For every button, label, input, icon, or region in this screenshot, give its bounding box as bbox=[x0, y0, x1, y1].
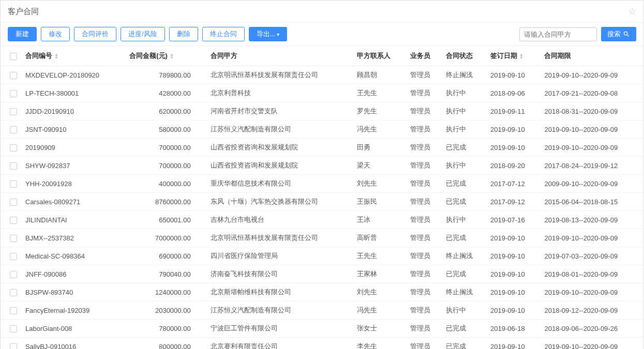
table-row[interactable]: SallyBJ-0910016 800000.00 北京赛利有限责任公司 李先生… bbox=[1, 338, 643, 350]
progress-button[interactable]: 进度/风险 bbox=[121, 27, 165, 41]
cell-status: 执行中 bbox=[442, 301, 486, 320]
select-all-checkbox[interactable] bbox=[10, 53, 17, 60]
col-amount[interactable]: 合同金额(元)▲▼ bbox=[125, 46, 206, 66]
col-sign-date[interactable]: 签订日期▲▼ bbox=[486, 46, 540, 66]
cell-sales: 管理员 bbox=[406, 338, 442, 350]
cell-code: MXDEVELOP-20180920 bbox=[21, 66, 125, 84]
table-row[interactable]: Medical-SC-098364 690000.00 四川省医疗保险管理局 王… bbox=[1, 247, 643, 265]
evaluate-button[interactable]: 合同评价 bbox=[74, 27, 116, 41]
cell-amount: 1240000.00 bbox=[125, 283, 206, 301]
cell-status: 已完成 bbox=[442, 175, 486, 193]
row-checkbox[interactable] bbox=[10, 307, 17, 314]
cell-party-a: 北京明讯恒基科技发展有限责任公司 bbox=[206, 229, 353, 247]
table-row[interactable]: YHH-20091928 400000.00 重庆华都信息技术有限公司 刘先生 … bbox=[1, 175, 643, 193]
cell-contact: 张女士 bbox=[353, 320, 406, 338]
cell-sign-date: 2019-07-16 bbox=[486, 211, 540, 229]
cell-period: 2019-09-10--2020-09-09 bbox=[540, 66, 643, 84]
cell-party-a: 重庆华都信息技术有限公司 bbox=[206, 175, 353, 193]
cell-sign-date: 2019-09-10 bbox=[486, 301, 540, 320]
table-row[interactable]: FancyEternal-192039 2030000.00 江苏恒义汽配制造有… bbox=[1, 301, 643, 320]
table-row[interactable]: MXDEVELOP-20180920 789800.00 北京明讯恒基科技发展有… bbox=[1, 66, 643, 84]
row-checkbox[interactable] bbox=[10, 180, 17, 188]
cell-status: 已完成 bbox=[442, 139, 486, 157]
cell-contact: 王先生 bbox=[353, 247, 406, 265]
row-checkbox[interactable] bbox=[10, 253, 17, 260]
cell-contact: 冯先生 bbox=[353, 120, 406, 139]
cell-contact: 王振民 bbox=[353, 193, 406, 211]
table-row[interactable]: JILINDIANTAI 650001.00 吉林九台市电视台 王冰 管理员 执… bbox=[1, 211, 643, 229]
cell-status: 执行中 bbox=[442, 120, 486, 139]
cell-contact: 罗先生 bbox=[353, 102, 406, 120]
cell-contact: 王家林 bbox=[353, 265, 406, 283]
cell-sales: 管理员 bbox=[406, 84, 442, 102]
table-row[interactable]: SHYW-092837 700000.00 山西省投资咨询和发展规划院 梁天 管… bbox=[1, 157, 643, 175]
cell-sales: 管理员 bbox=[406, 175, 442, 193]
table-row[interactable]: BJSPW-893740 1240000.00 北京斯堪帕维科技有限公司 刘先生… bbox=[1, 283, 643, 301]
cell-sales: 管理员 bbox=[406, 193, 442, 211]
table-row[interactable]: 20190909 700000.00 山西省投资咨询和发展规划院 田勇 管理员 … bbox=[1, 139, 643, 157]
row-checkbox[interactable] bbox=[10, 72, 17, 79]
cell-status: 执行中 bbox=[442, 84, 486, 102]
cell-sign-date: 2019-09-11 bbox=[486, 102, 540, 120]
cell-party-a: 东风（十堰）汽车热交换器有限公司 bbox=[206, 193, 353, 211]
cell-sales: 管理员 bbox=[406, 102, 442, 120]
cell-party-a: 北京利普科技 bbox=[206, 84, 353, 102]
delete-button[interactable]: 删除 bbox=[169, 27, 198, 41]
row-checkbox[interactable] bbox=[10, 144, 17, 151]
cell-sign-date: 2019-09-10 bbox=[486, 120, 540, 139]
row-checkbox[interactable] bbox=[10, 162, 17, 170]
search-button[interactable]: 搜索 bbox=[601, 27, 636, 41]
table-row[interactable]: JNFF-090086 790040.00 济南奋飞科技有限公司 王家林 管理员… bbox=[1, 265, 643, 283]
cell-sales: 管理员 bbox=[406, 139, 442, 157]
cell-party-a: 四川省医疗保险管理局 bbox=[206, 247, 353, 265]
row-checkbox[interactable] bbox=[10, 235, 17, 242]
cell-sales: 管理员 bbox=[406, 66, 442, 84]
cell-period: 2018-08-31--2020-09-09 bbox=[540, 102, 643, 120]
row-checkbox[interactable] bbox=[10, 90, 17, 97]
cell-amount: 2030000.00 bbox=[125, 301, 206, 320]
cell-period: 2017-08-24--2019-09-12 bbox=[540, 157, 643, 175]
cell-amount: 700000.00 bbox=[125, 139, 206, 157]
cell-contact: 刘先生 bbox=[353, 175, 406, 193]
row-checkbox[interactable] bbox=[10, 126, 17, 133]
cell-sign-date: 2017-07-12 bbox=[486, 175, 540, 193]
row-checkbox[interactable] bbox=[10, 217, 17, 224]
row-checkbox[interactable] bbox=[10, 108, 17, 115]
cell-period: 2019-08-13--2020-09-09 bbox=[540, 211, 643, 229]
row-checkbox[interactable] bbox=[10, 325, 17, 332]
row-checkbox[interactable] bbox=[10, 199, 17, 206]
cell-party-a: 北京明讯恒基科技发展有限责任公司 bbox=[206, 66, 353, 84]
cell-status: 执行中 bbox=[442, 102, 486, 120]
table-row[interactable]: JJDD-20190910 620000.00 河南省开封市交警支队 罗先生 管… bbox=[1, 102, 643, 120]
row-checkbox[interactable] bbox=[10, 271, 17, 278]
cell-amount: 620000.00 bbox=[125, 102, 206, 120]
cell-sales: 管理员 bbox=[406, 247, 442, 265]
cell-party-a: 吉林九台市电视台 bbox=[206, 211, 353, 229]
cell-party-a: 江苏恒义汽配制造有限公司 bbox=[206, 301, 353, 320]
new-button[interactable]: 新建 bbox=[8, 27, 37, 41]
cell-period: 2019-09-10--2020-09-09 bbox=[540, 120, 643, 139]
table-row[interactable]: LP-TECH-380001 428000.00 北京利普科技 王先生 管理员 … bbox=[1, 84, 643, 102]
star-icon[interactable]: ☆ bbox=[628, 6, 636, 17]
cell-contact: 梁天 bbox=[353, 157, 406, 175]
row-checkbox[interactable] bbox=[10, 289, 17, 296]
cell-amount: 780000.00 bbox=[125, 320, 206, 338]
col-code[interactable]: 合同编号▲▼ bbox=[21, 46, 125, 66]
table-row[interactable]: BJMX--2537382 7000000.00 北京明讯恒基科技发展有限责任公… bbox=[1, 229, 643, 247]
edit-button[interactable]: 修改 bbox=[41, 27, 70, 41]
search-input[interactable] bbox=[519, 27, 597, 41]
cell-contact: 刘先生 bbox=[353, 283, 406, 301]
table-row[interactable]: JSNT-090910 580000.00 江苏恒义汽配制造有限公司 冯先生 管… bbox=[1, 120, 643, 139]
cell-code: BJSPW-893740 bbox=[21, 283, 125, 301]
col-period: 合同期限 bbox=[540, 46, 643, 66]
cell-code: LP-TECH-380001 bbox=[21, 84, 125, 102]
cell-sales: 管理员 bbox=[406, 283, 442, 301]
table-row[interactable]: LaborGiant-008 780000.00 宁波巨工管件有限公司 张女士 … bbox=[1, 320, 643, 338]
cell-contact: 高昕普 bbox=[353, 229, 406, 247]
cell-sign-date: 2017-09-12 bbox=[486, 193, 540, 211]
cell-code: JJDD-20190910 bbox=[21, 102, 125, 120]
terminate-button[interactable]: 终止合同 bbox=[202, 27, 245, 41]
export-button[interactable]: 导出... bbox=[249, 27, 288, 41]
table-row[interactable]: Carsales-0809271 8760000.00 东风（十堰）汽车热交换器… bbox=[1, 193, 643, 211]
row-checkbox[interactable] bbox=[10, 343, 17, 349]
